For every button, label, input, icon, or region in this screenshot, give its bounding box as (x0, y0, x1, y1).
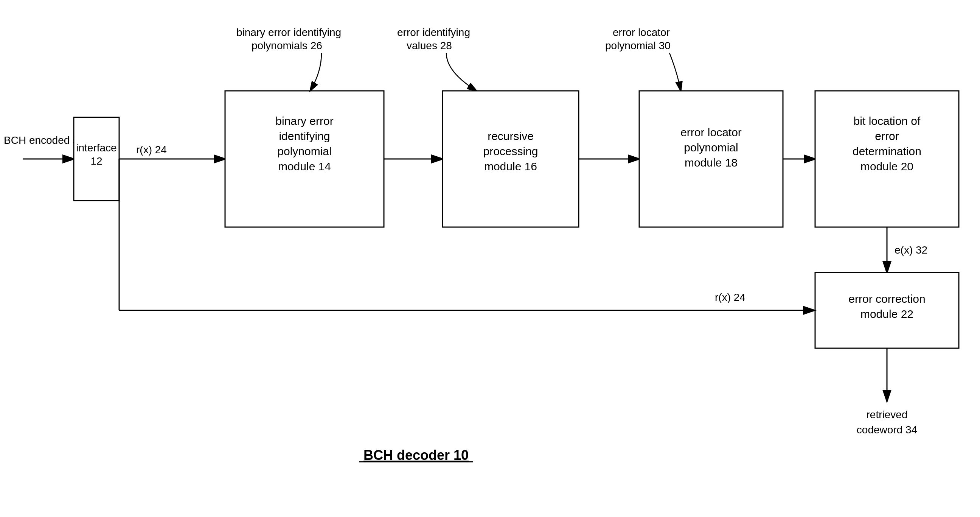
bit-location-module-label-2: error (875, 130, 899, 142)
recursive-module-box (442, 91, 579, 227)
error-locator-module-label-2: polynomial (684, 141, 738, 154)
recursive-module-label-2: processing (483, 145, 538, 158)
binary-polynomials-label-1: binary error identifying (236, 27, 341, 38)
diagram-container: BCH encoded signal 24 interface 12 r(x) … (0, 0, 980, 517)
ex32-label: e(x) 32 (894, 244, 928, 256)
bit-location-module-box (815, 91, 959, 227)
rx24-top-label: r(x) 24 (136, 144, 167, 156)
retrieved-codeword-label-2: codeword 34 (857, 424, 917, 436)
bit-location-module-label-4: module 20 (861, 160, 913, 172)
binary-polynomials-label-2: polynomials 26 (251, 40, 322, 51)
retrieved-codeword-label-1: retrieved (867, 409, 908, 420)
binary-error-module-label-3: polynomial (277, 145, 331, 158)
rx24-bottom-label: r(x) 24 (715, 291, 746, 303)
binary-error-module-label-2: identifying (279, 130, 330, 142)
binary-error-module-label-1: binary error (275, 115, 333, 127)
error-locator-poly-label-1: error locator (613, 27, 670, 38)
interface-label: interface (76, 142, 116, 154)
error-locator-module-label-3: module 18 (685, 156, 738, 169)
error-correction-module-label-1: error correction (848, 292, 925, 305)
recursive-module-label-3: module 16 (484, 160, 537, 172)
error-identifying-values-label-2: values 28 (407, 40, 452, 51)
bit-location-module-label-3: determination (853, 145, 921, 158)
binary-error-module-label-4: module 14 (278, 160, 331, 172)
bch-decoder-label: BCH decoder 10 (363, 447, 469, 463)
error-locator-poly-label-2: polynomial 30 (605, 40, 671, 51)
error-correction-module-label-2: module 22 (861, 308, 913, 320)
bit-location-module-label-1: bit location of (854, 115, 921, 127)
binary-error-module-box (225, 91, 384, 227)
recursive-module-label-1: recursive (488, 130, 534, 142)
interface-label-2: 12 (91, 155, 102, 167)
error-identifying-values-label-1: error identifying (397, 27, 470, 38)
error-locator-module-label-1: error locator (681, 126, 742, 139)
